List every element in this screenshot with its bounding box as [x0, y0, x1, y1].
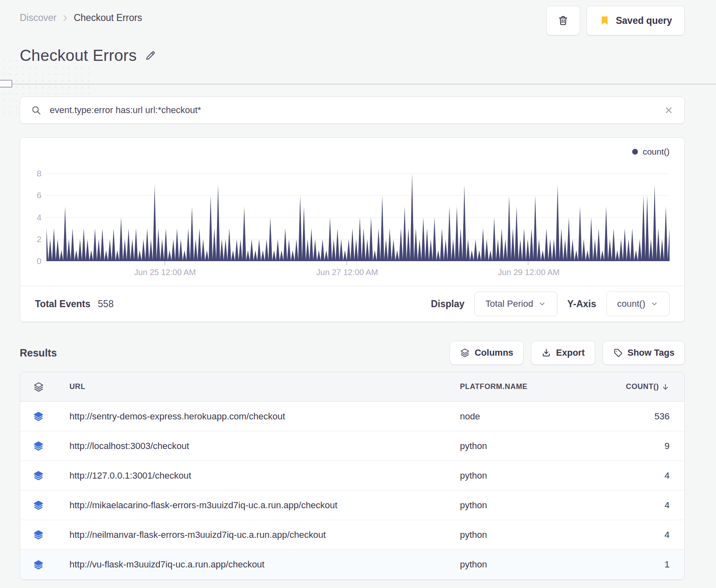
search-input[interactable]: event.type:error has:url url:*checkout*: [50, 105, 656, 116]
breadcrumb-discover[interactable]: Discover: [20, 12, 56, 23]
column-header-platform[interactable]: PLATFORM.NAME: [460, 382, 608, 391]
count-cell: 4: [608, 470, 670, 481]
url-cell[interactable]: http://vu-flask-m3uuizd7iq-uc.a.run.app/…: [64, 559, 460, 570]
chart-footer: Total Events 558 Display Total Period Y-…: [20, 286, 684, 322]
results-table: URL PLATFORM.NAME COUNT() http://sentry-…: [20, 372, 685, 580]
stack-icon[interactable]: [33, 470, 64, 481]
count-cell: 536: [608, 411, 670, 422]
yaxis-dropdown[interactable]: count(): [606, 292, 670, 316]
clear-search-icon[interactable]: [664, 105, 674, 115]
header-divider: [0, 84, 716, 84]
display-dropdown-value: Total Period: [485, 299, 533, 309]
top-actions: Saved query: [546, 6, 685, 35]
y-axis-tick-label: 2: [20, 234, 42, 244]
chart-legend[interactable]: count(): [632, 147, 670, 157]
chevron-down-icon: [650, 300, 658, 308]
stack-icon: [460, 348, 470, 358]
stack-icon[interactable]: [33, 441, 64, 451]
delete-query-button[interactable]: [546, 6, 580, 35]
count-cell: 4: [608, 500, 670, 511]
title-row: Checkout Errors: [20, 44, 696, 67]
events-spike-chart: [46, 162, 670, 269]
url-cell[interactable]: http://mikaelacarino-flask-errors-m3uuiz…: [64, 500, 460, 511]
url-cell[interactable]: http://127.0.0.1:3001/checkout: [64, 470, 460, 481]
saved-query-button[interactable]: Saved query: [587, 6, 685, 35]
platform-cell: python: [460, 470, 608, 481]
chevron-right-icon: [60, 14, 69, 23]
tag-icon: [613, 348, 623, 358]
url-cell[interactable]: http://sentry-demos-express.herokuapp.co…: [64, 411, 460, 422]
table-row[interactable]: http://sentry-demos-express.herokuapp.co…: [20, 402, 684, 431]
sort-descending-icon: [661, 383, 670, 391]
stack-icon[interactable]: [33, 500, 64, 510]
edit-title-pencil-icon[interactable]: [144, 49, 157, 62]
url-cell[interactable]: http://localhost:3003/checkout: [64, 441, 460, 451]
table-row[interactable]: http://vu-flask-m3uuizd7iq-uc.a.run.app/…: [20, 550, 684, 579]
y-axis-tick-label: 8: [20, 169, 42, 178]
table-row[interactable]: http://neilmanvar-flask-errors-m3uuizd7i…: [20, 520, 684, 550]
platform-cell: node: [460, 411, 608, 422]
y-axis-tick-label: 4: [20, 213, 42, 222]
count-header-label: COUNT(): [626, 382, 659, 391]
stack-icon[interactable]: [33, 382, 64, 392]
x-axis-tick-label: Jun 27 12:00 AM: [316, 268, 378, 277]
count-cell: 9: [608, 441, 670, 451]
download-icon: [541, 348, 551, 358]
table-row[interactable]: http://mikaelacarino-flask-errors-m3uuiz…: [20, 491, 684, 520]
top-bar: Discover Checkout Errors: [0, 0, 716, 35]
url-cell[interactable]: http://neilmanvar-flask-errors-m3uuizd7i…: [64, 530, 460, 540]
count-cell: 1: [608, 559, 670, 570]
chart-plot-area[interactable]: [46, 162, 670, 269]
events-chart-card: count() 02468Jun 25 12:00 AMJun 27 12:00…: [20, 137, 685, 322]
total-events-value: 558: [98, 299, 113, 310]
legend-series-dot: [632, 149, 638, 155]
stack-icon[interactable]: [33, 411, 64, 421]
table-row[interactable]: http://127.0.0.1:3001/checkout python 4: [20, 461, 684, 491]
saved-query-label: Saved query: [616, 15, 672, 26]
column-header-url[interactable]: URL: [64, 382, 460, 391]
table-row[interactable]: http://localhost:3003/checkout python 9: [20, 431, 684, 461]
columns-label: Columns: [475, 347, 513, 358]
search-icon: [31, 105, 42, 116]
page-title: Checkout Errors: [20, 46, 137, 65]
trash-icon: [557, 15, 569, 26]
platform-cell: python: [460, 559, 608, 570]
show-tags-label: Show Tags: [628, 347, 675, 358]
stack-icon[interactable]: [33, 560, 64, 570]
yaxis-dropdown-value: count(): [617, 299, 645, 309]
platform-cell: python: [460, 441, 608, 451]
column-header-count[interactable]: COUNT(): [608, 382, 670, 391]
total-events-label: Total Events: [35, 299, 90, 310]
legend-series-label: count(): [643, 147, 670, 157]
results-title: Results: [20, 347, 57, 359]
export-label: Export: [556, 347, 585, 358]
export-button[interactable]: Export: [531, 341, 595, 365]
breadcrumb-current: Checkout Errors: [74, 12, 142, 23]
y-axis-tick-label: 0: [20, 256, 42, 266]
table-header-row: URL PLATFORM.NAME COUNT(): [20, 372, 684, 402]
platform-cell: python: [460, 500, 608, 511]
table-body: http://sentry-demos-express.herokuapp.co…: [20, 402, 684, 579]
y-axis-tick-label: 6: [20, 190, 42, 200]
breadcrumb: Discover Checkout Errors: [20, 12, 142, 23]
platform-cell: python: [460, 530, 608, 540]
stack-icon[interactable]: [33, 530, 64, 540]
columns-button[interactable]: Columns: [450, 341, 524, 365]
show-tags-button[interactable]: Show Tags: [603, 341, 685, 365]
results-bar: Results Columns Export Show Tags: [20, 341, 685, 365]
panel-collapse-handle[interactable]: [0, 80, 12, 88]
x-axis-tick-label: Jun 29 12:00 AM: [498, 268, 559, 277]
display-dropdown[interactable]: Total Period: [474, 292, 557, 316]
chevron-down-icon: [538, 300, 546, 308]
count-cell: 4: [608, 530, 670, 540]
x-axis-tick-label: Jun 25 12:00 AM: [134, 268, 196, 277]
search-bar[interactable]: event.type:error has:url url:*checkout*: [20, 97, 685, 124]
display-label: Display: [431, 299, 464, 310]
yaxis-label: Y-Axis: [567, 299, 596, 310]
bookmark-icon: [599, 15, 610, 26]
